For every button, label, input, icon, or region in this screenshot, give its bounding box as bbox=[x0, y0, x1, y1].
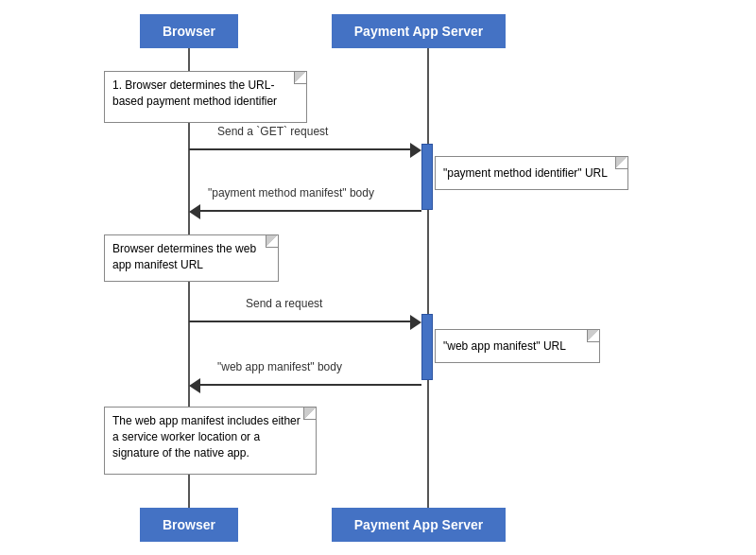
note-step1: 1. Browser determines the URL-based paym… bbox=[104, 71, 307, 123]
note-payment-method-url: "payment method identifier" URL bbox=[435, 156, 628, 190]
arrow-manifest-body: "payment method manifest" body bbox=[189, 201, 421, 220]
arrow-web-app-body: "web app manifest" body bbox=[189, 375, 421, 394]
browser-box-bottom: Browser bbox=[140, 508, 238, 542]
server-lifeline bbox=[427, 48, 429, 508]
server-box-bottom: Payment App Server bbox=[332, 508, 506, 542]
arrow-get-request: Send a `GET` request bbox=[189, 140, 421, 159]
arrow-send-request: Send a request bbox=[189, 312, 421, 331]
note-manifest-description: The web app manifest includes either a s… bbox=[104, 407, 317, 475]
activation-box-2 bbox=[421, 314, 433, 380]
note-web-app-url: "web app manifest" URL bbox=[435, 329, 600, 363]
activation-box-1 bbox=[421, 144, 433, 210]
sequence-diagram: Browser Payment App Server 1. Browser de… bbox=[0, 0, 756, 555]
browser-box-top: Browser bbox=[140, 14, 238, 48]
server-box-top: Payment App Server bbox=[332, 14, 506, 48]
note-web-app-manifest-url: Browser determines the web app manifest … bbox=[104, 234, 279, 282]
